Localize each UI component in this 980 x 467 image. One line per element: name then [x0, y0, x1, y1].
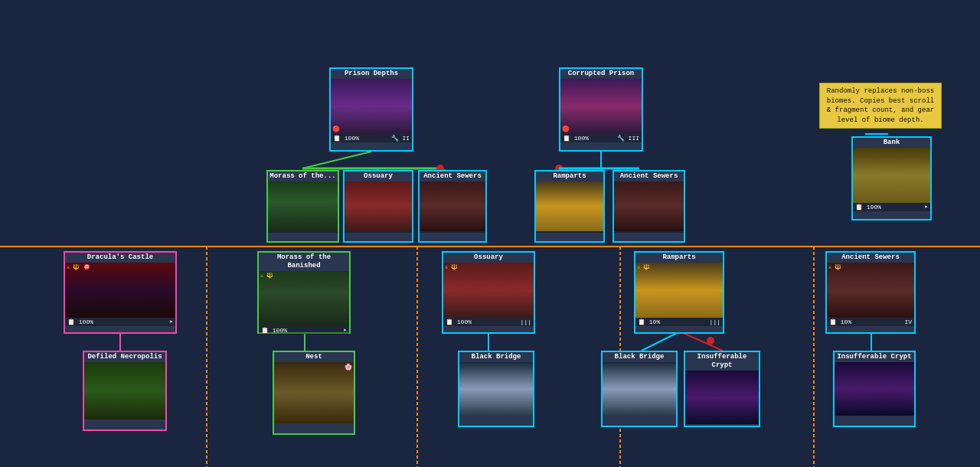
biome-image: [853, 148, 930, 203]
biome-footer: [268, 231, 338, 233]
biome-footer: 📋 100% |||: [443, 318, 534, 326]
biome-image: 🌸: [274, 362, 354, 423]
biome-image: ⚔️ 🔱: [259, 271, 349, 326]
tier-label: IV: [904, 318, 912, 325]
biome-corrupted-prison[interactable]: Corrupted Prison 🔴 📋 100% 🔧 III: [559, 67, 643, 152]
biome-image: [459, 362, 533, 416]
biome-title: Prison Depths: [331, 69, 412, 79]
biome-title: Ancient Sewers: [614, 171, 684, 181]
pct-label: 📋 100%: [563, 135, 589, 142]
tier-label: ➤: [169, 318, 173, 325]
biome-footer: [536, 231, 603, 233]
biome-title: Ossuary: [345, 171, 412, 181]
pct-label: 📋 10%: [638, 318, 660, 325]
biome-image: ⚔️ 🔱 🎯: [65, 263, 175, 318]
biome-title: Bank: [853, 138, 930, 148]
biome-image: ⚔️ 🔱: [443, 263, 534, 318]
tier-label: ➤: [924, 204, 928, 211]
biome-morass-1[interactable]: Morass of the...: [266, 170, 339, 243]
biome-title: Ossuary: [443, 253, 534, 263]
biome-morass-banished[interactable]: Morass of the Banished ⚔️ 🔱 📋 100% ➤: [257, 251, 351, 334]
biome-bank[interactable]: Bank 📋 100% ➤: [851, 136, 932, 220]
biome-black-bridge-1[interactable]: Black Bridge: [458, 351, 534, 427]
biome-footer: 📋 10% |||: [635, 318, 723, 326]
pct-label: 📋 100%: [446, 318, 472, 325]
biome-title: Ramparts: [635, 253, 723, 263]
biome-image: [685, 371, 759, 424]
biome-title: Black Bridge: [603, 352, 676, 362]
biome-ancient-3[interactable]: Ancient Sewers ⚔️ 🔱 📋 10% IV: [825, 251, 916, 334]
biome-title: Ramparts: [536, 171, 603, 181]
biome-ossuary-2[interactable]: Ossuary ⚔️ 🔱 📋 100% |||: [442, 251, 535, 334]
tier-label: 🔧 III: [617, 135, 639, 142]
biome-title: Ancient Sewers: [827, 253, 914, 263]
biome-image: [420, 181, 485, 231]
tier-label: 🔧 II: [391, 135, 410, 142]
biome-footer: 📋 100% ➤: [259, 326, 349, 335]
biome-image: [345, 181, 412, 231]
biome-image: ⚔️ 🔱: [827, 263, 914, 318]
biome-title: Dracula's Castle: [65, 253, 175, 263]
biome-title: Insufferable Crypt: [685, 352, 759, 371]
pct-label: 📋 100%: [261, 327, 287, 334]
biome-title: Ancient Sewers: [420, 171, 485, 181]
biome-title: Insufferable Crypt: [835, 352, 914, 362]
biome-image: [536, 181, 603, 231]
biome-image: [268, 181, 338, 231]
biome-defiled-necropolis[interactable]: Defiled Necropolis: [83, 351, 167, 431]
biome-ancient-2[interactable]: Ancient Sewers: [612, 170, 685, 243]
biome-title: Corrupted Prison: [560, 69, 642, 79]
tier-label: |||: [710, 318, 720, 325]
biome-image: [614, 181, 684, 231]
biome-footer: [345, 231, 412, 233]
biome-ramparts-1[interactable]: Ramparts: [534, 170, 605, 243]
pct-label: 📋 100%: [67, 318, 93, 325]
biome-draculas-castle[interactable]: Dracula's Castle ⚔️ 🔱 🎯 📋 100% ➤: [64, 251, 177, 334]
biome-nest[interactable]: Nest 🌸: [273, 351, 355, 435]
biome-black-bridge-2[interactable]: Black Bridge: [601, 351, 678, 427]
bank-tooltip: Randomly replaces non-boss biomes. Copie…: [819, 83, 942, 129]
biome-title: Defiled Necropolis: [84, 352, 165, 362]
biome-title: Nest: [274, 352, 354, 362]
pct-label: 📋 10%: [829, 318, 851, 325]
biome-image: [84, 362, 165, 420]
biome-image: [603, 362, 676, 416]
biome-footer: 📋 100% 🔧 II: [331, 134, 412, 142]
tier-label: |||: [521, 318, 531, 325]
biome-ramparts-2[interactable]: Ramparts ⚔️ 🔱 📋 10% |||: [634, 251, 724, 334]
biome-prison-depths[interactable]: Prison Depths 🔴 📋 100% 🔧 II: [329, 67, 413, 152]
biome-ossuary-1[interactable]: Ossuary: [343, 170, 413, 243]
biome-footer: [420, 231, 485, 233]
biome-image: 🔴: [560, 79, 642, 134]
biome-footer: [614, 231, 684, 233]
biome-footer: 📋 10% IV: [827, 318, 914, 326]
biome-footer: 📋 100% 🔧 III: [560, 134, 642, 142]
biome-footer: 📋 100% ➤: [853, 203, 930, 211]
biome-footer: 📋 100% ➤: [65, 318, 175, 326]
biome-insufferable-2[interactable]: Insufferable Crypt: [833, 351, 916, 427]
map-container: Randomly replaces non-boss biomes. Copie…: [0, 0, 980, 467]
biome-title: Black Bridge: [459, 352, 533, 362]
tooltip-text: Randomly replaces non-boss biomes. Copie…: [827, 87, 934, 124]
biome-insufferable-1[interactable]: Insufferable Crypt: [684, 351, 760, 427]
biome-image: [835, 362, 914, 416]
biome-title: Morass of the...: [268, 171, 338, 181]
pct-label: 📋 100%: [855, 204, 881, 211]
biome-image: ⚔️ 🔱: [635, 263, 723, 318]
tier-label: ➤: [343, 327, 347, 334]
biome-title: Morass of the Banished: [259, 253, 349, 271]
pct-label: 📋 100%: [333, 135, 359, 142]
biome-image: 🔴: [331, 79, 412, 134]
biome-ancient-1[interactable]: Ancient Sewers: [418, 170, 487, 243]
